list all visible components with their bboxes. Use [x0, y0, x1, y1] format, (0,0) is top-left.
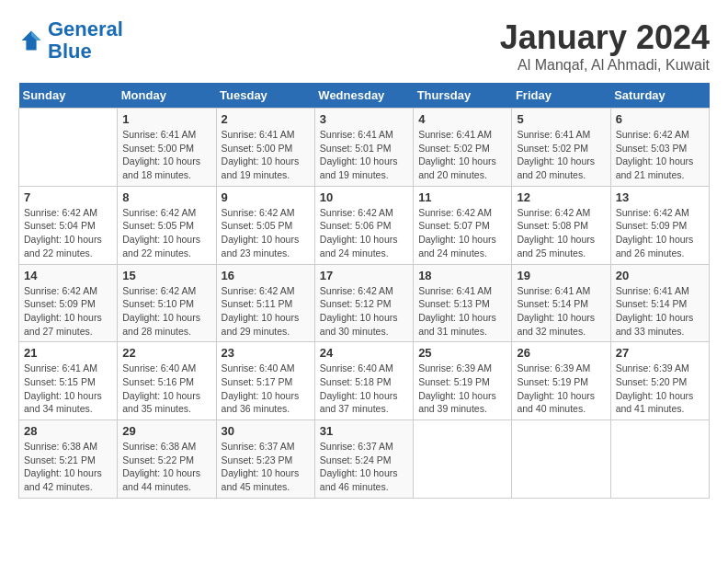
calendar-cell: 3Sunrise: 6:41 AM Sunset: 5:01 PM Daylig…	[314, 109, 413, 187]
calendar-cell: 30Sunrise: 6:37 AM Sunset: 5:23 PM Dayli…	[216, 420, 314, 499]
calendar-cell: 9Sunrise: 6:42 AM Sunset: 5:05 PM Daylig…	[216, 186, 314, 264]
logo-icon	[18, 28, 44, 53]
day-info: Sunrise: 6:39 AM Sunset: 5:19 PM Dayligh…	[418, 362, 506, 416]
day-info: Sunrise: 6:40 AM Sunset: 5:17 PM Dayligh…	[222, 362, 310, 416]
day-info: Sunrise: 6:42 AM Sunset: 5:07 PM Dayligh…	[418, 206, 506, 260]
calendar-cell: 31Sunrise: 6:37 AM Sunset: 5:24 PM Dayli…	[314, 420, 413, 499]
day-number: 19	[517, 269, 605, 282]
calendar-cell: 18Sunrise: 6:41 AM Sunset: 5:13 PM Dayli…	[414, 264, 512, 342]
calendar-cell: 13Sunrise: 6:42 AM Sunset: 5:09 PM Dayli…	[610, 186, 709, 264]
calendar-cell: 19Sunrise: 6:41 AM Sunset: 5:14 PM Dayli…	[512, 264, 610, 342]
calendar-cell: 8Sunrise: 6:42 AM Sunset: 5:05 PM Daylig…	[118, 186, 216, 264]
calendar-cell: 26Sunrise: 6:39 AM Sunset: 5:19 PM Dayli…	[512, 342, 610, 420]
calendar-cell: 17Sunrise: 6:42 AM Sunset: 5:12 PM Dayli…	[314, 264, 413, 342]
day-info: Sunrise: 6:41 AM Sunset: 5:01 PM Dayligh…	[320, 128, 408, 182]
day-number: 12	[517, 190, 605, 204]
col-header-wednesday: Wednesday	[314, 83, 413, 109]
day-number: 27	[616, 346, 704, 360]
day-number: 29	[122, 424, 210, 438]
calendar-cell: 28Sunrise: 6:38 AM Sunset: 5:21 PM Dayli…	[19, 420, 118, 499]
day-info: Sunrise: 6:41 AM Sunset: 5:13 PM Dayligh…	[418, 284, 506, 339]
day-number: 11	[418, 190, 506, 204]
day-info: Sunrise: 6:41 AM Sunset: 5:14 PM Dayligh…	[517, 284, 605, 339]
day-number: 6	[616, 112, 704, 126]
calendar-cell: 25Sunrise: 6:39 AM Sunset: 5:19 PM Dayli…	[414, 342, 512, 420]
calendar-cell	[512, 420, 610, 499]
day-number: 14	[24, 269, 112, 282]
logo: General Blue	[18, 18, 123, 63]
day-info: Sunrise: 6:42 AM Sunset: 5:11 PM Dayligh…	[222, 284, 310, 339]
day-number: 24	[320, 346, 408, 360]
calendar-cell: 1Sunrise: 6:41 AM Sunset: 5:00 PM Daylig…	[118, 109, 216, 187]
day-info: Sunrise: 6:41 AM Sunset: 5:14 PM Dayligh…	[616, 284, 704, 339]
calendar-cell: 10Sunrise: 6:42 AM Sunset: 5:06 PM Dayli…	[314, 186, 413, 264]
calendar-header-row: SundayMondayTuesdayWednesdayThursdayFrid…	[19, 83, 710, 109]
calendar-subtitle: Al Manqaf, Al Ahmadi, Kuwait	[500, 57, 710, 74]
day-number: 20	[616, 269, 704, 282]
calendar-cell: 4Sunrise: 6:41 AM Sunset: 5:02 PM Daylig…	[414, 109, 512, 187]
day-number: 25	[418, 346, 506, 360]
day-number: 8	[122, 190, 210, 204]
day-number: 2	[222, 112, 310, 126]
col-header-sunday: Sunday	[19, 83, 118, 109]
day-number: 21	[24, 346, 112, 360]
day-info: Sunrise: 6:41 AM Sunset: 5:00 PM Dayligh…	[122, 128, 210, 182]
day-info: Sunrise: 6:42 AM Sunset: 5:08 PM Dayligh…	[517, 206, 605, 260]
calendar-cell: 11Sunrise: 6:42 AM Sunset: 5:07 PM Dayli…	[414, 186, 512, 264]
day-info: Sunrise: 6:42 AM Sunset: 5:10 PM Dayligh…	[122, 284, 210, 339]
day-info: Sunrise: 6:37 AM Sunset: 5:24 PM Dayligh…	[320, 440, 408, 494]
col-header-monday: Monday	[118, 83, 216, 109]
calendar-cell: 22Sunrise: 6:40 AM Sunset: 5:16 PM Dayli…	[118, 342, 216, 420]
day-number: 3	[320, 112, 408, 126]
day-info: Sunrise: 6:38 AM Sunset: 5:21 PM Dayligh…	[24, 440, 112, 494]
calendar-week-row: 28Sunrise: 6:38 AM Sunset: 5:21 PM Dayli…	[19, 420, 710, 499]
col-header-thursday: Thursday	[414, 83, 512, 109]
day-info: Sunrise: 6:39 AM Sunset: 5:19 PM Dayligh…	[517, 362, 605, 416]
day-info: Sunrise: 6:40 AM Sunset: 5:16 PM Dayligh…	[122, 362, 210, 416]
day-number: 22	[122, 346, 210, 360]
day-number: 10	[320, 190, 408, 204]
day-info: Sunrise: 6:41 AM Sunset: 5:02 PM Dayligh…	[517, 128, 605, 182]
day-number: 31	[320, 424, 408, 438]
calendar-week-row: 1Sunrise: 6:41 AM Sunset: 5:00 PM Daylig…	[19, 109, 710, 187]
day-info: Sunrise: 6:42 AM Sunset: 5:05 PM Dayligh…	[122, 206, 210, 260]
day-number: 18	[418, 269, 506, 282]
day-info: Sunrise: 6:42 AM Sunset: 5:06 PM Dayligh…	[320, 206, 408, 260]
day-info: Sunrise: 6:42 AM Sunset: 5:09 PM Dayligh…	[24, 284, 112, 339]
day-number: 15	[122, 269, 210, 282]
logo-line1: General	[48, 17, 123, 40]
day-info: Sunrise: 6:42 AM Sunset: 5:09 PM Dayligh…	[616, 206, 704, 260]
day-info: Sunrise: 6:42 AM Sunset: 5:04 PM Dayligh…	[24, 206, 112, 260]
logo-line2: Blue	[48, 40, 92, 63]
calendar-title: January 2024	[500, 18, 710, 57]
day-number: 17	[320, 269, 408, 282]
day-number: 28	[24, 424, 112, 438]
day-number: 5	[517, 112, 605, 126]
calendar-cell	[414, 420, 512, 499]
calendar-table: SundayMondayTuesdayWednesdayThursdayFrid…	[18, 83, 710, 499]
calendar-cell: 23Sunrise: 6:40 AM Sunset: 5:17 PM Dayli…	[216, 342, 314, 420]
col-header-friday: Friday	[512, 83, 610, 109]
calendar-cell: 5Sunrise: 6:41 AM Sunset: 5:02 PM Daylig…	[512, 109, 610, 187]
page-header: General Blue January 2024 Al Manqaf, Al …	[18, 18, 710, 74]
title-block: January 2024 Al Manqaf, Al Ahmadi, Kuwai…	[500, 18, 710, 74]
day-info: Sunrise: 6:39 AM Sunset: 5:20 PM Dayligh…	[616, 362, 704, 416]
day-info: Sunrise: 6:40 AM Sunset: 5:18 PM Dayligh…	[320, 362, 408, 416]
col-header-tuesday: Tuesday	[216, 83, 314, 109]
calendar-week-row: 7Sunrise: 6:42 AM Sunset: 5:04 PM Daylig…	[19, 186, 710, 264]
day-number: 30	[222, 424, 310, 438]
day-info: Sunrise: 6:42 AM Sunset: 5:05 PM Dayligh…	[222, 206, 310, 260]
calendar-week-row: 14Sunrise: 6:42 AM Sunset: 5:09 PM Dayli…	[19, 264, 710, 342]
calendar-cell: 6Sunrise: 6:42 AM Sunset: 5:03 PM Daylig…	[610, 109, 709, 187]
calendar-cell: 16Sunrise: 6:42 AM Sunset: 5:11 PM Dayli…	[216, 264, 314, 342]
calendar-cell: 7Sunrise: 6:42 AM Sunset: 5:04 PM Daylig…	[19, 186, 118, 264]
calendar-cell: 27Sunrise: 6:39 AM Sunset: 5:20 PM Dayli…	[610, 342, 709, 420]
calendar-cell	[610, 420, 709, 499]
calendar-cell: 29Sunrise: 6:38 AM Sunset: 5:22 PM Dayli…	[118, 420, 216, 499]
day-info: Sunrise: 6:41 AM Sunset: 5:02 PM Dayligh…	[418, 128, 506, 182]
day-number: 26	[517, 346, 605, 360]
col-header-saturday: Saturday	[610, 83, 709, 109]
calendar-cell: 14Sunrise: 6:42 AM Sunset: 5:09 PM Dayli…	[19, 264, 118, 342]
calendar-cell	[19, 109, 118, 187]
calendar-cell: 15Sunrise: 6:42 AM Sunset: 5:10 PM Dayli…	[118, 264, 216, 342]
